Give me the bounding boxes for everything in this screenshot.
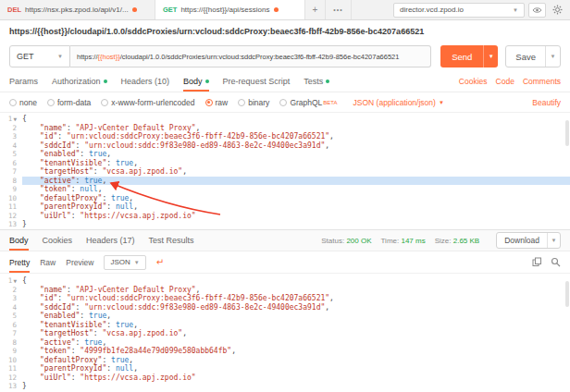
beautify-link[interactable]: Beautify [532, 98, 561, 107]
code-content: "sddcId": "urn:vcloud:sddc:9f83e980-ed89… [22, 303, 570, 312]
tab-body[interactable]: Body [183, 70, 209, 92]
response-tab-cookies[interactable]: Cookies [43, 230, 73, 251]
json-token-bool: true [111, 356, 129, 364]
scrollbar-thumb[interactable] [565, 120, 569, 146]
code-line-10[interactable]: 10"defaultProxy": true, [0, 194, 570, 203]
url-input[interactable]: https://{{host}}/cloudapi/1.0.0/sddcProx… [70, 45, 431, 67]
comments-link[interactable]: Comments [523, 77, 561, 86]
code-line-1[interactable]: 1▼{ [0, 115, 570, 124]
json-token-p: : [76, 338, 85, 347]
tab-headers[interactable]: Headers (10) [121, 70, 170, 92]
send-options-button[interactable]: ▼ [483, 45, 498, 67]
json-token-p: , [133, 321, 138, 329]
code-content: "enabled": true, [22, 312, 570, 321]
request-body-editor[interactable]: 1▼{2"name": "APJ-vCenter Default Proxy",… [0, 113, 570, 229]
wrap-lines-icon[interactable]: ↵ [156, 258, 164, 267]
response-tab-test-results[interactable]: Test Results [149, 230, 194, 251]
line-number: 7 [0, 167, 22, 177]
json-token-p: : [57, 132, 67, 141]
line-number: 10 [0, 356, 22, 365]
environment-selector[interactable]: director.vcd.zpod.io ▼ [393, 3, 525, 18]
response-tab-body[interactable]: Body [9, 230, 29, 251]
json-token-key: "uiUrl" [40, 212, 71, 220]
json-token-p: , [329, 294, 334, 302]
mode-raw[interactable]: raw [205, 98, 229, 107]
unsaved-dot-icon [132, 7, 137, 12]
settings-button[interactable] [550, 5, 564, 15]
radio-icon [9, 99, 17, 106]
code-line-7[interactable]: 7"targetHost": "vcsa.apj.zpod.io", [0, 167, 570, 177]
json-token-p: : [93, 167, 103, 176]
code-line-12[interactable]: 12"uiUrl": "https://vcsa.apj.zpod.io" [0, 212, 570, 221]
code-line-13[interactable]: 13} [0, 220, 570, 229]
code-line-4[interactable]: 4"sddcId": "urn:vcloud:sddc:9f83e980-ed8… [0, 141, 570, 151]
code-line-11[interactable]: 11"parentProxyId": null, [0, 202, 570, 212]
code-content: { [22, 115, 570, 124]
line-number: 12 [0, 374, 22, 383]
tab-authorization[interactable]: Authorization [52, 70, 107, 92]
tab-tests[interactable]: Tests [304, 70, 329, 92]
code-line-3: 3"id": "urn:vcloud:sddcProxy:beaec3f6-fb… [0, 294, 570, 303]
request-tab-1[interactable]: DEL https://nsx.pks.zpod.io/api/v1/... [0, 0, 155, 19]
mode-graphql[interactable]: GraphQLBETA [279, 98, 337, 107]
code-line-8[interactable]: 8"active": true, [0, 177, 570, 186]
save-button[interactable]: Save [506, 46, 545, 67]
code-line-2: 2"name": "APJ-vCenter Default Proxy", [0, 286, 570, 295]
mode-x-www-form-urlencoded[interactable]: x-www-form-urlencoded [101, 98, 194, 107]
fold-caret-icon[interactable]: ▼ [13, 116, 17, 122]
tab-pre-request-script[interactable]: Pre-request Script [223, 70, 291, 92]
mode-none[interactable]: none [9, 98, 37, 107]
cookies-link[interactable]: Cookies [459, 77, 488, 86]
view-tab-preview[interactable]: Preview [66, 251, 93, 273]
code-content: "token": "4999fb1fe28a44e79d099e580abb64… [22, 347, 570, 356]
mode-binary[interactable]: binary [238, 98, 269, 107]
json-token-p: , [102, 177, 106, 185]
content-type-selector[interactable]: JSON (application/json) ▼ [353, 98, 444, 107]
copy-icon[interactable] [532, 257, 542, 267]
fold-caret-icon[interactable]: ▼ [13, 277, 17, 284]
response-tab-headers[interactable]: Headers (17) [86, 230, 135, 251]
download-options-button[interactable]: ▼ [547, 233, 560, 248]
code-line-8: 8"active": true, [0, 338, 570, 348]
code-line-9[interactable]: 9"token": null, [0, 185, 570, 194]
environment-quicklook-button[interactable] [528, 3, 546, 18]
json-token-p: : [106, 202, 116, 211]
method-selector[interactable]: GET ▼ [9, 45, 70, 67]
save-options-button[interactable]: ▼ [545, 46, 560, 67]
code-content: "active": true, [22, 177, 570, 186]
scrollbar-thumb[interactable] [565, 281, 569, 307]
json-token-p: , [129, 194, 133, 202]
code-line-5[interactable]: 5"enabled": true, [0, 150, 570, 159]
new-tab-button[interactable]: + [305, 0, 326, 19]
code-line-6[interactable]: 6"tenantVisible": true, [0, 159, 570, 168]
code-line-3[interactable]: 3"id": "urn:vcloud:sddcProxy:beaec3f6-fb… [0, 132, 570, 141]
json-token-p: , [129, 356, 133, 364]
code-content: "defaultProxy": true, [22, 194, 570, 203]
line-number: 1▼ [0, 115, 22, 124]
code-line-2[interactable]: 2"name": "APJ-vCenter Default Proxy", [0, 124, 570, 133]
code-link[interactable]: Code [496, 77, 514, 86]
code-line-10: 10"defaultProxy": true, [0, 356, 570, 365]
line-number: 1▼ [0, 276, 22, 286]
json-token-p: , [325, 303, 329, 312]
code-content: "name": "APJ-vCenter Default Proxy", [22, 286, 570, 295]
mode-form-data[interactable]: form-data [47, 98, 91, 107]
size-badge: Size: 2.65 KB [435, 237, 480, 245]
json-token-p: : [102, 356, 111, 364]
json-token-key: "tenantVisible" [40, 159, 106, 167]
tab-options-button[interactable]: ••• [326, 0, 352, 19]
json-token-p: : [71, 185, 81, 193]
request-tab-2-active[interactable]: GET https://{{host}}/api/sessions [155, 0, 305, 19]
download-button[interactable]: Download [497, 233, 547, 248]
tab-params[interactable]: Params [9, 70, 38, 92]
json-token-p: : [106, 159, 116, 167]
line-number: 8 [0, 177, 22, 186]
json-token-p: , [133, 364, 138, 373]
code-content: "targetHost": "vcsa.apj.zpod.io", [22, 329, 570, 338]
send-button[interactable]: Send [440, 45, 483, 67]
view-tab-raw[interactable]: Raw [40, 251, 56, 273]
response-language-selector[interactable]: JSON ▼ [104, 255, 145, 270]
view-tab-pretty[interactable]: Pretty [9, 251, 30, 273]
search-icon[interactable] [551, 257, 561, 267]
send-button-group: Send ▼ [440, 45, 498, 67]
